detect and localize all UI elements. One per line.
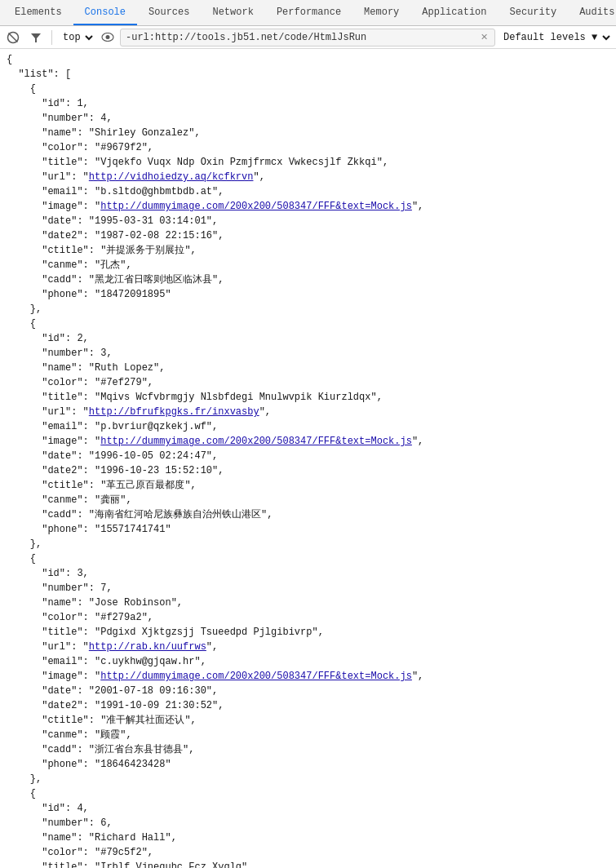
console-line: "title": "Irblf Vjnequhc Fcz Xyglq", bbox=[0, 860, 616, 868]
console-line: "phone": "18472091895" bbox=[0, 287, 616, 302]
console-line: "date": "1996-10-05 02:24:47", bbox=[0, 449, 616, 463]
tab-elements[interactable]: Elements bbox=[3, 0, 73, 25]
console-line: "number": 3, bbox=[0, 346, 616, 361]
svg-marker-2 bbox=[31, 33, 41, 42]
tab-memory[interactable]: Memory bbox=[352, 0, 410, 25]
console-line: "name": "Jose Robinson", bbox=[0, 596, 616, 610]
console-line: "name": "Shirley Gonzalez", bbox=[0, 126, 616, 140]
console-line: "name": "Ruth Lopez", bbox=[0, 361, 616, 375]
console-line: "url": "http://bfrufkpgks.fr/inxvasby", bbox=[0, 405, 616, 419]
tab-application[interactable]: Application bbox=[410, 0, 498, 25]
console-line: "date": "2001-07-18 09:16:30", bbox=[0, 684, 616, 698]
context-selector-wrapper: top bbox=[58, 29, 95, 46]
console-line: "number": 4, bbox=[0, 111, 616, 126]
svg-line-1 bbox=[9, 33, 18, 42]
url-filter-bar: -url:http://tools.jb51.net/code/HtmlJsRu… bbox=[120, 29, 495, 46]
console-line: }, bbox=[0, 302, 616, 317]
tab-security[interactable]: Security bbox=[499, 0, 569, 25]
console-line: "ctitle": "准干解其社面还认", bbox=[0, 713, 616, 728]
console-line: "date": "1995-03-31 03:14:01", bbox=[0, 214, 616, 228]
json-url-link[interactable]: http://dummyimage.com/200x200/508347/FFF… bbox=[100, 436, 412, 447]
divider bbox=[51, 30, 52, 45]
console-line: "phone": "18646423428" bbox=[0, 757, 616, 772]
console-line: { bbox=[0, 52, 616, 67]
clear-console-button[interactable] bbox=[3, 28, 23, 47]
console-line: "url": "http://rab.kn/uufrws", bbox=[0, 640, 616, 654]
console-line: "title": "Vjqekfo Vuqx Ndp Oxin Pzmjfrmc… bbox=[0, 155, 616, 170]
console-line: "list": [ bbox=[0, 67, 616, 82]
console-line: "number": 6, bbox=[0, 816, 616, 830]
console-line: "color": "#f279a2", bbox=[0, 610, 616, 625]
console-line: "email": "b.sltdo@ghbmtbdb.at", bbox=[0, 184, 616, 199]
tab-network[interactable]: Network bbox=[201, 0, 264, 25]
tab-performance[interactable]: Performance bbox=[265, 0, 352, 25]
json-url-link[interactable]: http://rab.kn/uufrws bbox=[89, 641, 206, 653]
console-line: "date2": "1991-10-09 21:30:52", bbox=[0, 698, 616, 713]
console-line: { bbox=[0, 82, 616, 96]
console-line: }, bbox=[0, 772, 616, 786]
console-line: "color": "#79c5f2", bbox=[0, 845, 616, 860]
console-line: "canme": "孔杰", bbox=[0, 258, 616, 272]
eye-button[interactable] bbox=[99, 29, 117, 46]
console-line: "id": 2, bbox=[0, 331, 616, 346]
console-line: "id": 3, bbox=[0, 566, 616, 581]
console-line: "date2": "1996-10-23 15:52:10", bbox=[0, 463, 616, 478]
console-line: "id": 4, bbox=[0, 801, 616, 816]
console-line: "date2": "1987-02-08 22:15:16", bbox=[0, 228, 616, 243]
context-select[interactable]: top bbox=[58, 29, 95, 46]
console-line: "ctitle": "革五己原百最都度", bbox=[0, 478, 616, 493]
log-level-select[interactable]: Default levels ▼ bbox=[499, 29, 613, 46]
console-line: { bbox=[0, 317, 616, 331]
console-line: "canme": "顾霞", bbox=[0, 728, 616, 742]
tab-audits[interactable]: Audits bbox=[568, 0, 616, 25]
nav-tabs-bar: Elements Console Sources Network Perform… bbox=[0, 0, 616, 26]
console-line: "title": "Mqivs Wcfvbrmgjy Nlsbfdegi Mnu… bbox=[0, 390, 616, 405]
tab-console[interactable]: Console bbox=[73, 0, 137, 25]
console-line: "cadd": "海南省红河哈尼族彝族自治州铁山港区", bbox=[0, 507, 616, 522]
console-line: "canme": "龚丽", bbox=[0, 493, 616, 507]
console-line: { bbox=[0, 786, 616, 801]
console-output: { "list": [ { "id": 1, "number": 4, "nam… bbox=[0, 49, 616, 868]
console-line: "title": "Pdgixd Xjktgzsjj Tsueedpd Pjlg… bbox=[0, 625, 616, 640]
console-line: "image": "http://dummyimage.com/200x200/… bbox=[0, 199, 616, 214]
filter-button[interactable] bbox=[26, 28, 46, 47]
console-line: "cadd": "浙江省台东县甘德县", bbox=[0, 742, 616, 757]
console-line: "cadd": "黑龙江省日喀则地区临沐县", bbox=[0, 272, 616, 287]
console-line: "url": "http://vidhoiedzy.aq/kcfkrvn", bbox=[0, 170, 616, 184]
console-line: "name": "Richard Hall", bbox=[0, 830, 616, 845]
tab-sources[interactable]: Sources bbox=[137, 0, 201, 25]
console-line: "image": "http://dummyimage.com/200x200/… bbox=[0, 434, 616, 449]
json-url-link[interactable]: http://bfrufkpgks.fr/inxvasby bbox=[89, 406, 259, 418]
console-line: "email": "c.uykhw@gjqaw.hr", bbox=[0, 654, 616, 669]
console-line: "ctitle": "并提派务于别展拉", bbox=[0, 243, 616, 258]
console-line: "color": "#9679f2", bbox=[0, 140, 616, 155]
secondary-toolbar: top -url:http://tools.jb51.net/code/Html… bbox=[0, 26, 616, 49]
console-line: "image": "http://dummyimage.com/200x200/… bbox=[0, 669, 616, 684]
console-line: { bbox=[0, 551, 616, 566]
svg-point-4 bbox=[106, 35, 110, 39]
url-filter-text: -url:http://tools.jb51.net/code/HtmlJsRu… bbox=[126, 32, 478, 43]
console-line: "phone": "15571741741" bbox=[0, 522, 616, 537]
json-url-link[interactable]: http://dummyimage.com/200x200/508347/FFF… bbox=[100, 671, 412, 682]
console-line: "number": 7, bbox=[0, 581, 616, 596]
console-line: "color": "#7ef279", bbox=[0, 375, 616, 390]
console-line: "id": 1, bbox=[0, 96, 616, 111]
console-line: }, bbox=[0, 537, 616, 551]
console-line: "email": "p.bvriur@qzkekj.wf", bbox=[0, 419, 616, 434]
json-url-link[interactable]: http://dummyimage.com/200x200/508347/FFF… bbox=[100, 201, 412, 212]
url-clear-button[interactable]: ✕ bbox=[478, 32, 490, 43]
json-url-link[interactable]: http://vidhoiedzy.aq/kcfkrvn bbox=[89, 171, 254, 183]
